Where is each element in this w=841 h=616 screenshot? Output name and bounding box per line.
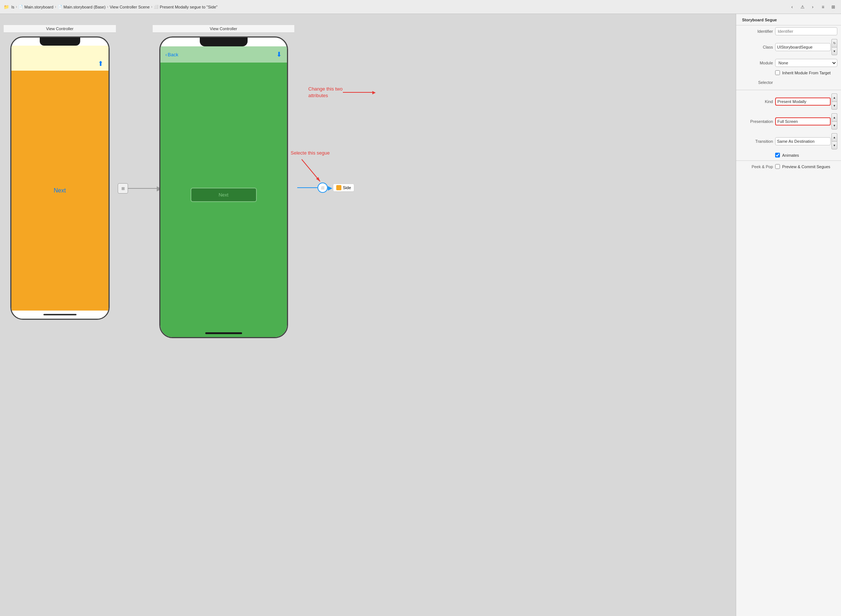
breadcrumb-segue-icon: ⬜ — [154, 5, 158, 9]
peek-label: Peek & Pop — [740, 164, 773, 169]
class-label: Class — [740, 45, 773, 49]
side-chip-label: Side — [343, 185, 351, 190]
module-row: Module None — [736, 57, 841, 69]
kind-stepper: ▲ ▼ — [831, 94, 837, 110]
nav-grid-button[interactable]: ⊞ — [829, 3, 837, 11]
identifier-row: Identifier — [736, 25, 841, 37]
nav-warning-button[interactable]: ⚠ — [799, 3, 806, 11]
phone-right: ‹ Back ⬇ Next — [159, 37, 288, 338]
class-select[interactable]: UIStoryboardSegue — [775, 43, 831, 51]
nav-forward-button[interactable]: › — [809, 3, 817, 11]
transition-stepper: ▲ ▼ — [831, 133, 837, 150]
class-stepper: ↻ ▼ — [831, 39, 837, 55]
segue-line — [297, 187, 318, 188]
annotation-select-arrow — [298, 157, 327, 187]
segue-gray-icon: ⊞ — [118, 183, 128, 194]
inspector-panel: Storyboard Segue Identifier Class UIStor… — [736, 14, 841, 616]
vc-right-title: View Controller — [153, 25, 294, 33]
identifier-input[interactable] — [775, 27, 837, 35]
module-select[interactable]: None — [775, 59, 837, 67]
class-select-group: UIStoryboardSegue ↻ ▼ — [775, 39, 837, 55]
annotation-select-text: Selecte this segue — [291, 150, 330, 155]
phone-left-bottom — [12, 311, 108, 319]
folder-icon: 📁 — [4, 4, 9, 10]
back-label: Back — [168, 52, 179, 57]
nav-back-button[interactable]: ‹ — [788, 3, 796, 11]
phone-left-top: ⬆ — [12, 45, 108, 70]
presentation-stepper-down[interactable]: ▼ — [831, 122, 837, 129]
transition-select[interactable]: Same As Destination — [775, 137, 831, 145]
share-icon: ⬆ — [98, 60, 103, 68]
peek-checkbox[interactable] — [775, 164, 780, 169]
inherit-row: Inherit Module From Target — [736, 69, 841, 76]
phone-right-body: Next — [160, 63, 287, 329]
download-icon: ⬇ — [276, 50, 282, 59]
class-row: Class UIStoryboardSegue ↻ ▼ — [736, 37, 841, 57]
canvas-area: View Controller ⬆ Next — [0, 14, 736, 616]
annotation-select: Selecte this segue — [291, 150, 330, 155]
class-stepper-down[interactable]: ▼ — [831, 47, 837, 55]
back-button: ‹ Back — [166, 52, 179, 57]
class-stepper-up[interactable]: ↻ — [831, 39, 837, 47]
inherit-checkbox[interactable] — [775, 70, 780, 75]
breadcrumb-sep-2: › — [55, 5, 56, 9]
annotation-change: Change this two attributes ▶ — [308, 86, 343, 99]
module-label: Module — [740, 61, 773, 65]
segue-right-arrow: ▶ — [328, 184, 332, 191]
breadcrumb-storyboard-icon: 📄 — [18, 5, 23, 9]
selector-input[interactable] — [775, 78, 837, 87]
animates-checkbox[interactable] — [775, 153, 780, 157]
annotation-change-arrow: ▶ — [343, 89, 376, 96]
peek-checkbox-label: Preview & Commit Segues — [782, 164, 830, 169]
toolbar: 📁 ls › 📄 Main.storyboard › 📄 Main.storyb… — [0, 0, 841, 14]
kind-select-group: Present Modally ▲ ▼ — [775, 94, 837, 110]
vc-panel-left: View Controller ⬆ Next — [4, 25, 116, 323]
breadcrumb-sep-4: › — [151, 5, 152, 9]
phone-left-next-label: Next — [54, 187, 66, 194]
identifier-label: Identifier — [740, 29, 773, 34]
transition-select-group: Same As Destination ▲ ▼ — [775, 133, 837, 150]
phone-right-next-button: Next — [190, 188, 257, 202]
kind-stepper-down[interactable]: ▼ — [831, 101, 837, 110]
breadcrumb-vc-scene: View Controller Scene — [110, 5, 150, 9]
kind-label: Kind — [740, 99, 773, 104]
vc-panel-right: View Controller ‹ Back ⬇ Next — [153, 25, 294, 342]
presentation-row: Presentation Full Screen ▲ ▼ — [736, 111, 841, 131]
breadcrumb-storyboard-base-icon: 📄 — [58, 5, 62, 9]
inherit-label: Inherit Module From Target — [782, 70, 831, 75]
inspector-title: Storyboard Segue — [736, 14, 841, 25]
transition-stepper-up[interactable]: ▲ — [831, 133, 837, 141]
phone-right-next-label: Next — [218, 192, 229, 198]
breadcrumb-ls: ls — [12, 5, 14, 9]
breadcrumb-sep-3: › — [107, 5, 108, 9]
annotation-change-text: Change this two attributes — [308, 86, 343, 98]
phone-left-body: Next — [12, 70, 108, 311]
transition-label: Transition — [740, 139, 773, 144]
animates-label: Animates — [782, 153, 799, 157]
side-chip: Side — [333, 183, 354, 192]
breadcrumb-storyboard: Main.storyboard — [24, 5, 53, 9]
home-indicator-left — [43, 314, 76, 315]
presentation-stepper-up[interactable]: ▲ — [831, 113, 837, 122]
divider-1 — [736, 90, 841, 90]
transition-row: Transition Same As Destination ▲ ▼ — [736, 131, 841, 151]
presentation-select-group: Full Screen ▲ ▼ — [775, 113, 837, 129]
phone-left-notch — [40, 38, 80, 45]
kind-row: Kind Present Modally ▲ ▼ — [736, 92, 841, 111]
presentation-stepper: ▲ ▼ — [831, 113, 837, 129]
kind-select[interactable]: Present Modally — [775, 98, 831, 106]
phone-right-navbar: ‹ Back ⬇ — [160, 46, 287, 63]
peek-row: Peek & Pop Preview & Commit Segues — [736, 162, 841, 171]
breadcrumb: ls › 📄 Main.storyboard › 📄 Main.storyboa… — [12, 5, 217, 9]
phone-right-notch — [200, 38, 248, 46]
kind-stepper-up[interactable]: ▲ — [831, 94, 837, 101]
main-content: View Controller ⬆ Next — [0, 14, 841, 616]
transition-stepper-down[interactable]: ▼ — [831, 141, 837, 150]
selector-row: Selector — [736, 76, 841, 88]
vc-left-title: View Controller — [4, 25, 116, 33]
breadcrumb-sep-1: › — [16, 5, 17, 9]
animates-row: Animates — [736, 151, 841, 159]
presentation-select[interactable]: Full Screen — [775, 117, 831, 126]
home-indicator-right — [205, 332, 242, 334]
nav-menu-button[interactable]: ≡ — [819, 3, 827, 11]
